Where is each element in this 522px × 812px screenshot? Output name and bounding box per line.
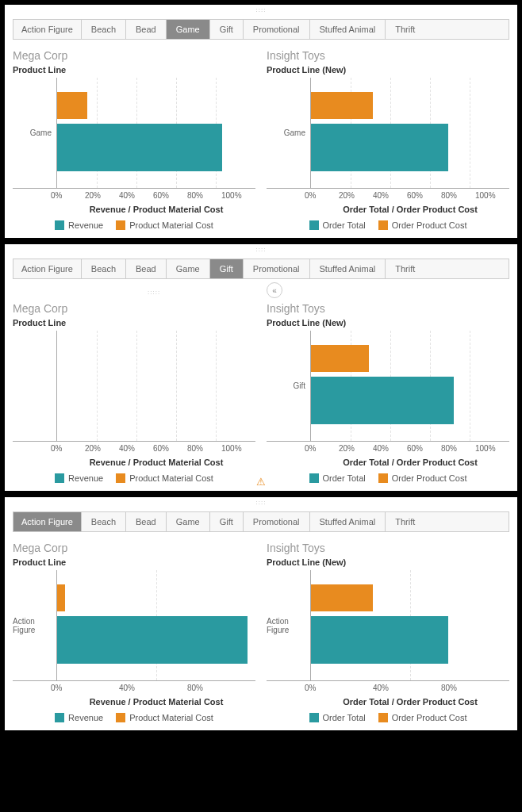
widget-drag-handle-icon[interactable]: ::::: (148, 289, 509, 296)
tab-stuffed-animal[interactable]: Stuffed Animal (310, 20, 386, 39)
legend-item: Product Material Cost (116, 713, 213, 722)
y-category-label: Game (13, 78, 57, 188)
swatch-orange-icon (378, 713, 388, 722)
drag-handle-icon[interactable]: :::: (256, 499, 267, 506)
legend: RevenueProduct Material Cost (13, 220, 255, 230)
legend-label: Order Total (323, 713, 366, 722)
swatch-teal-icon (309, 713, 319, 722)
legend-item: Order Total (309, 473, 366, 483)
y-category-label: Gift (267, 331, 311, 441)
tab-game[interactable]: Game (167, 259, 210, 278)
legend-item: Order Product Cost (378, 713, 467, 722)
legend-item: Product Material Cost (116, 220, 213, 230)
tab-stuffed-animal[interactable]: Stuffed Animal (310, 512, 386, 531)
bars-area (311, 78, 509, 188)
legend-item: Order Total (309, 713, 366, 722)
swatch-orange-icon (116, 220, 125, 230)
charts-row: Mega CorpProduct LineAction Figure0%40%8… (13, 542, 509, 722)
tab-action-figure[interactable]: Action Figure (13, 512, 82, 531)
tab-beach[interactable]: Beach (82, 259, 126, 278)
y-category-label (13, 331, 57, 441)
chart-left: Mega CorpProduct LineAction Figure0%40%8… (13, 542, 255, 722)
x-axis-ticks: 0%40%80% (311, 681, 509, 692)
tab-thrift[interactable]: Thrift (386, 512, 424, 531)
bar-teal (311, 124, 448, 171)
tab-game[interactable]: Game (167, 512, 210, 531)
collapse-left-button[interactable]: « (267, 282, 282, 298)
tab-gift[interactable]: Gift (210, 259, 244, 278)
legend-label: Product Material Cost (129, 220, 213, 230)
tab-game[interactable]: Game (167, 20, 210, 39)
x-tick: 60% (407, 191, 441, 200)
plot-area (13, 331, 255, 442)
legend: RevenueProduct Material Cost (13, 473, 255, 483)
legend: Order TotalOrder Product Cost (267, 220, 509, 230)
bar-orange (311, 345, 369, 372)
chart-right: Insight ToysProduct Line (New)Game0%20%4… (267, 49, 509, 230)
x-tick: 0% (51, 191, 85, 200)
x-tick: 20% (85, 191, 119, 200)
tab-promotional[interactable]: Promotional (244, 259, 310, 278)
x-axis-title: Revenue / Product Material Cost (57, 697, 255, 707)
legend-item: Revenue (55, 473, 103, 483)
chart-right: Insight ToysProduct Line (New)Gift0%20%4… (267, 302, 509, 483)
tab-promotional[interactable]: Promotional (244, 20, 310, 39)
swatch-orange-icon (116, 473, 125, 483)
tab-thrift[interactable]: Thrift (386, 259, 424, 278)
tab-gift[interactable]: Gift (210, 20, 244, 39)
bar-orange (311, 92, 373, 119)
company-title: Mega Corp (13, 49, 255, 62)
warning-icon[interactable]: ⚠ (256, 476, 266, 488)
chart-right: Insight ToysProduct Line (New)Action Fig… (267, 542, 509, 722)
tab-beach[interactable]: Beach (82, 512, 126, 531)
dashboard-panel: ::::Action FigureBeachBeadGameGiftPromot… (3, 496, 519, 732)
x-tick: 0% (51, 684, 119, 692)
bar-orange (311, 584, 373, 611)
tab-bead[interactable]: Bead (126, 20, 167, 39)
x-axis-ticks: 0%20%40%60%80%100% (311, 442, 509, 453)
y-axis-title: Product Line (New) (267, 318, 509, 327)
swatch-teal-icon (309, 473, 319, 483)
plot-area: Game (13, 78, 255, 189)
bars-area (57, 331, 255, 441)
x-tick: 100% (475, 191, 509, 200)
tab-thrift[interactable]: Thrift (386, 20, 424, 39)
x-tick: 0% (305, 684, 373, 692)
tab-bead[interactable]: Bead (126, 512, 167, 531)
legend-item: Revenue (55, 220, 103, 230)
x-tick: 100% (221, 191, 255, 200)
legend-label: Product Material Cost (129, 713, 213, 722)
tab-gift[interactable]: Gift (210, 512, 244, 531)
tab-action-figure[interactable]: Action Figure (13, 259, 82, 278)
tab-action-figure[interactable]: Action Figure (13, 20, 82, 39)
drag-handle-icon[interactable]: :::: (256, 6, 267, 13)
x-tick: 40% (119, 684, 187, 692)
tab-promotional[interactable]: Promotional (244, 512, 310, 531)
tab-stuffed-animal[interactable]: Stuffed Animal (310, 259, 386, 278)
x-axis-title: Order Total / Order Product Cost (311, 205, 509, 214)
legend-label: Order Total (323, 473, 366, 483)
legend-item: Product Material Cost (116, 473, 213, 483)
drag-handle-icon[interactable]: :::: (256, 246, 267, 253)
y-category-label: Action Figure (13, 570, 57, 680)
x-tick: 40% (119, 191, 153, 200)
plot-area: Action Figure (267, 570, 509, 681)
bar-teal (57, 124, 222, 171)
legend: Order TotalOrder Product Cost (267, 473, 509, 483)
tab-beach[interactable]: Beach (82, 20, 126, 39)
x-axis-title: Order Total / Order Product Cost (311, 697, 509, 707)
x-tick: 80% (441, 191, 475, 200)
legend-item: Order Product Cost (378, 220, 467, 230)
legend: RevenueProduct Material Cost (13, 713, 255, 722)
legend: Order TotalOrder Product Cost (267, 713, 509, 722)
tab-bead[interactable]: Bead (126, 259, 167, 278)
swatch-teal-icon (309, 220, 319, 230)
x-tick: 0% (51, 444, 85, 453)
x-tick: 0% (305, 444, 339, 453)
x-axis-title: Revenue / Product Material Cost (57, 458, 255, 467)
x-tick: 60% (407, 444, 441, 453)
x-tick: 80% (187, 684, 255, 692)
bar-orange (57, 92, 87, 119)
bar-teal (311, 616, 448, 664)
plot-area: Gift (267, 331, 509, 442)
